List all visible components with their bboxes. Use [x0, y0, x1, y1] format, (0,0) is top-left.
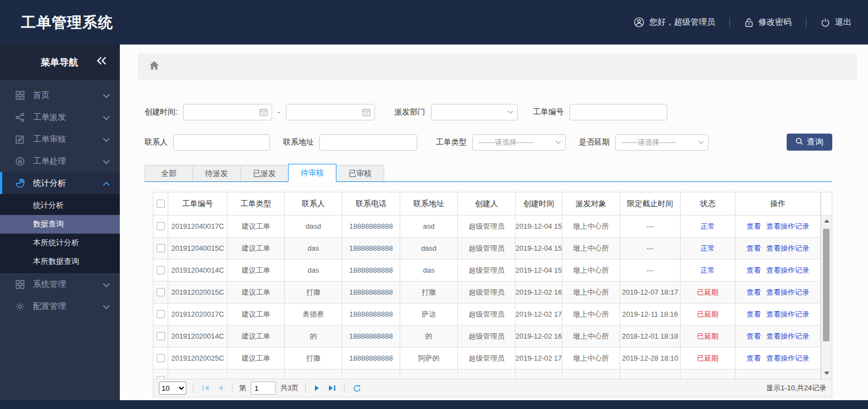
row-checkbox[interactable] [157, 310, 165, 318]
logout-link[interactable]: 退出 [821, 17, 852, 27]
cell-target: 墩上中心所 [562, 303, 620, 325]
pagination-bar: 10 第 共3页 [153, 379, 832, 397]
prev-page-button[interactable] [215, 385, 225, 391]
status-badge: 已延期 [681, 347, 736, 369]
column-header: 限定截止时间 [620, 192, 681, 215]
cell-addr: asd [400, 215, 458, 237]
table-row: 201912020014C建议工单的18888888888的超级管理员2019-… [153, 325, 821, 347]
last-page-button[interactable] [327, 385, 338, 391]
next-page-button[interactable] [312, 385, 322, 391]
row-checkbox-cell [153, 325, 168, 347]
cell-empty [228, 369, 285, 379]
change-password-label: 修改密码 [759, 17, 792, 27]
sidebar-item-label: 工单派发 [33, 112, 103, 123]
filter-row-1: 创建时间: - 派发部门 [145, 104, 832, 120]
first-page-button[interactable] [200, 385, 211, 391]
sidebar-item-review[interactable]: 工单审核 [0, 128, 120, 150]
sidebar-item-process[interactable]: 工单处理 [0, 150, 120, 172]
breadcrumb [137, 53, 857, 80]
tab-已审核[interactable]: 已审核 [336, 165, 384, 181]
sidebar-item-config[interactable]: 配置管理 [0, 295, 120, 317]
submenu-item-statistics[interactable]: 统计分析 [0, 196, 120, 215]
cell-phone: 18888888888 [342, 347, 400, 369]
view-link[interactable]: 查看 [747, 266, 761, 275]
view-history-link[interactable]: 查看操作记录 [766, 331, 809, 341]
page-size-select[interactable]: 10 [159, 382, 186, 395]
row-checkbox[interactable] [157, 222, 165, 230]
change-password-link[interactable]: 修改密码 [744, 17, 792, 27]
user-greeting[interactable]: 您好，超级管理员 [634, 17, 715, 27]
total-pages-label: 共3页 [280, 383, 298, 393]
chevron-down-icon [555, 140, 561, 144]
record-summary: 显示1-10,共24记录 [766, 383, 826, 393]
contact-input[interactable] [174, 135, 269, 150]
sidebar-item-home[interactable]: 首页 [0, 84, 120, 106]
column-header: 创建人 [458, 192, 516, 215]
table-scrollbar[interactable] [821, 215, 832, 379]
row-checkbox-cell [153, 347, 168, 369]
create-time-start-input[interactable] [184, 104, 272, 120]
view-link[interactable]: 查看 [747, 288, 761, 297]
cell-creator: 超级管理员 [458, 259, 516, 281]
delay-select[interactable]: -------请选择------- [615, 134, 709, 151]
cell-deadline: --- [620, 259, 681, 281]
sidebar-item-system[interactable]: 系统管理 [0, 273, 120, 295]
sidebar-item-label: 系统管理 [33, 279, 103, 290]
cell-deadline: --- [620, 237, 681, 259]
cell-contact: 打撒 [285, 347, 342, 369]
view-history-link[interactable]: 查看操作记录 [766, 244, 809, 253]
view-history-link[interactable]: 查看操作记录 [766, 222, 809, 231]
select-all-checkbox[interactable] [157, 200, 165, 208]
row-checkbox[interactable] [157, 244, 165, 252]
cell-contact: das [285, 237, 342, 259]
search-button-label: 查询 [807, 137, 823, 147]
row-checkbox[interactable] [157, 332, 165, 340]
chevron-down-icon [103, 302, 110, 311]
view-link[interactable]: 查看 [747, 331, 761, 341]
submenu-item-office-data-query[interactable]: 本所数据查询 [0, 252, 120, 271]
chevron-down-icon [507, 110, 513, 114]
cell-phone: 18888888888 [342, 325, 400, 347]
view-link[interactable]: 查看 [747, 309, 761, 319]
view-history-link[interactable]: 查看操作记录 [766, 266, 809, 275]
row-checkbox[interactable] [157, 266, 165, 274]
gear-icon [14, 302, 25, 311]
tab-待审核[interactable]: 待审核 [288, 164, 336, 182]
cell-created: 2019-12-02 17 [516, 303, 562, 325]
order-type-select[interactable]: -------请选择------- [472, 134, 566, 151]
tabs: 全部待派发已派发待审核已审核 [145, 164, 832, 182]
table-row: 201912020025C建议工单打撒18888888888阿萨的超级管理员20… [153, 347, 821, 369]
tab-待派发[interactable]: 待派发 [192, 165, 241, 181]
tab-全部[interactable]: 全部 [145, 165, 193, 181]
sidebar-item-statistics[interactable]: 统计分析 [0, 172, 120, 194]
create-time-end-input[interactable] [286, 104, 374, 120]
view-link[interactable]: 查看 [747, 222, 761, 231]
scroll-up-icon[interactable] [824, 219, 830, 223]
view-history-link[interactable]: 查看操作记录 [766, 309, 809, 319]
submenu-item-data-query[interactable]: 数据查询 [0, 215, 120, 234]
view-link[interactable]: 查看 [747, 353, 761, 363]
sidebar-item-dispatch[interactable]: 工单派发 [0, 106, 120, 128]
collapse-sidebar-icon[interactable] [97, 57, 107, 68]
row-checkbox[interactable] [157, 288, 165, 296]
tab-已派发[interactable]: 已派发 [240, 165, 289, 181]
dispatch-dept-select[interactable] [431, 104, 518, 120]
order-no-input[interactable] [570, 104, 667, 120]
sidebar-item-label: 工单处理 [33, 156, 103, 167]
submenu-item-office-statistics[interactable]: 本所统计分析 [0, 234, 120, 252]
scrollbar-thumb[interactable] [823, 229, 830, 341]
view-history-link[interactable]: 查看操作记录 [766, 288, 809, 297]
cell-created: 2019-12-04 15 [516, 215, 562, 237]
view-link[interactable]: 查看 [747, 244, 761, 253]
row-checkbox[interactable] [157, 354, 165, 362]
page-number-input[interactable] [251, 382, 276, 395]
cell-contact: dasd [285, 215, 342, 237]
home-icon[interactable] [150, 61, 159, 72]
address-input[interactable] [320, 135, 417, 150]
contact-label: 联系人 [145, 137, 168, 147]
row-checkbox[interactable] [157, 376, 165, 379]
search-button[interactable]: 查询 [787, 134, 832, 151]
scroll-down-icon[interactable] [824, 372, 830, 375]
view-history-link[interactable]: 查看操作记录 [766, 353, 809, 363]
refresh-button[interactable] [351, 384, 363, 393]
